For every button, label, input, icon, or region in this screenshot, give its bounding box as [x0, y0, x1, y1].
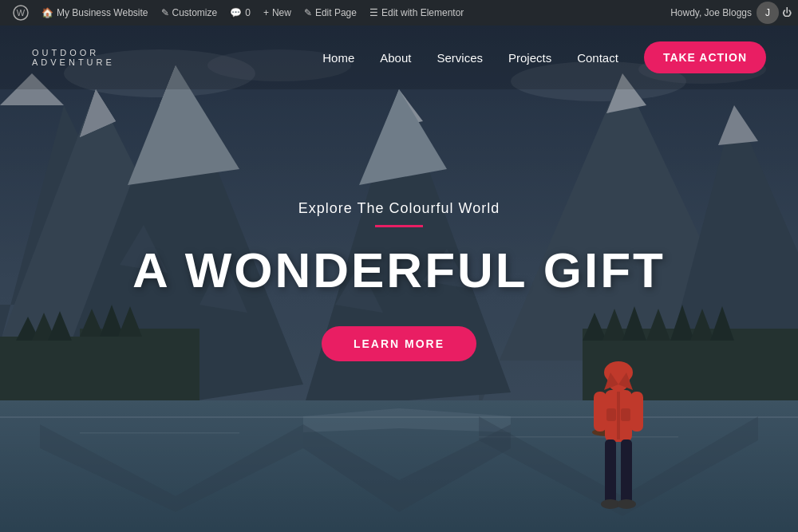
svg-rect-58 [594, 392, 606, 432]
wp-logo-item[interactable]: W [6, 0, 35, 26]
svg-point-64 [617, 499, 636, 509]
person-svg [583, 357, 654, 532]
svg-rect-59 [630, 392, 643, 432]
nav-projects[interactable]: Projects [508, 51, 551, 65]
comments-item[interactable]: 💬 0 [223, 0, 257, 26]
logo-line2: ADVENTURE [32, 57, 115, 67]
edit-page-item[interactable]: ✎ Edit Page [298, 0, 363, 26]
cta-button[interactable]: TAKE ACTION [644, 41, 766, 73]
learn-more-button[interactable]: LEARN MORE [322, 326, 476, 361]
edit-page-icon: ✎ [304, 7, 312, 18]
nav-services[interactable]: Services [437, 51, 483, 65]
user-avatar[interactable]: J [757, 2, 779, 24]
hero-title: A WONDERFUL GIFT [132, 243, 666, 298]
svg-rect-60 [617, 392, 620, 439]
website-area: OUTDOOR ADVENTURE Home About Services Pr… [0, 26, 798, 532]
logout-icon[interactable]: ⏻ [782, 7, 792, 18]
new-item[interactable]: + New [257, 0, 298, 26]
comment-icon: 💬 [230, 7, 242, 18]
my-site-label: My Business Website [57, 7, 148, 18]
customize-item[interactable]: ✎ Customize [155, 0, 224, 26]
my-site-icon: 🏠 [41, 7, 53, 18]
edit-page-label: Edit Page [315, 7, 357, 18]
hero-person-figure [583, 357, 654, 532]
site-navigation: OUTDOOR ADVENTURE Home About Services Pr… [0, 26, 798, 89]
logo-line1: OUTDOOR [32, 48, 115, 57]
howdy-label: Howdy, Joe Bloggs [670, 7, 752, 18]
nav-contact[interactable]: Contact [577, 51, 618, 65]
nav-about[interactable]: About [380, 51, 411, 65]
svg-text:W: W [17, 8, 26, 18]
my-site-item[interactable]: 🏠 My Business Website [35, 0, 155, 26]
customize-icon: ✎ [161, 7, 169, 18]
svg-rect-61 [605, 439, 616, 503]
edit-elementor-label: Edit with Elementor [381, 7, 464, 18]
admin-bar: W 🏠 My Business Website ✎ Customize 💬 0 … [0, 0, 798, 26]
hero-subtitle: Explore The Colourful World [298, 200, 500, 217]
admin-bar-right: Howdy, Joe Bloggs J ⏻ [670, 2, 792, 24]
elementor-icon: ☰ [369, 7, 378, 18]
site-logo[interactable]: OUTDOOR ADVENTURE [32, 48, 115, 67]
svg-rect-66 [621, 408, 630, 421]
wp-logo-icon: W [13, 5, 29, 21]
new-icon: + [263, 7, 269, 18]
main-nav: Home About Services Projects Contact TAK… [322, 41, 766, 73]
hero-underline-decoration [375, 225, 423, 227]
svg-rect-62 [621, 439, 632, 503]
comments-count: 0 [245, 7, 251, 18]
svg-rect-65 [606, 408, 616, 421]
edit-elementor-item[interactable]: ☰ Edit with Elementor [363, 0, 470, 26]
new-label: New [272, 7, 291, 18]
nav-home[interactable]: Home [322, 51, 354, 65]
hero-section: Explore The Colourful World A WONDERFUL … [0, 89, 798, 472]
customize-label: Customize [172, 7, 218, 18]
